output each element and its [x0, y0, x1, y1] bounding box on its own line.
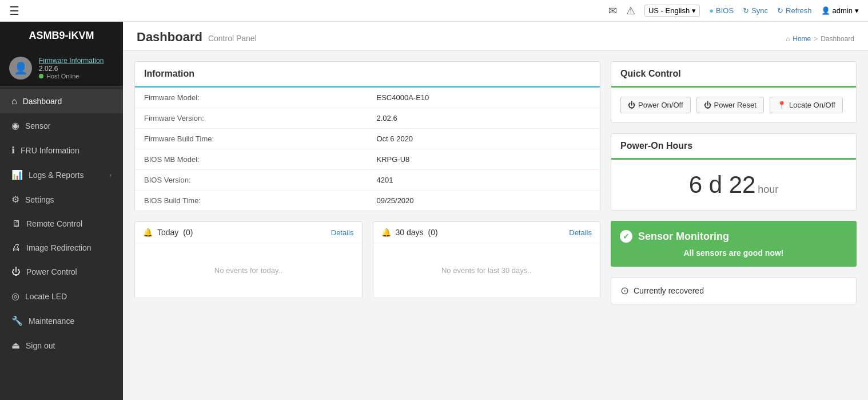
sidebar-item-locate-led[interactable]: ◎ Locate LED [0, 284, 123, 308]
firmware-version: 2.02.6 [39, 65, 103, 73]
locate-on-off-button[interactable]: 📍 Locate On/Off [770, 97, 843, 113]
sensor-icon: ◉ [11, 120, 19, 131]
sidebar-item-fru-information[interactable]: ℹ FRU Information [0, 138, 123, 163]
power-control-icon: ⏻ [11, 267, 21, 277]
host-status: Host Online [39, 73, 103, 80]
admin-person-icon: 👤 [821, 6, 830, 15]
avatar-icon: 👤 [14, 61, 28, 75]
layout: ASMB9-iKVM 👤 Firmware Information 2.02.6… [0, 22, 868, 400]
info-label: Firmware Model: [135, 88, 368, 108]
sensor-monitoring-header: ✓ Sensor Monitoring [620, 230, 847, 243]
information-card: Information Firmware Model:ESC4000A-E10F… [134, 61, 600, 211]
info-label: BIOS Version: [135, 170, 368, 191]
bios-label: BIOS [716, 6, 734, 15]
sidebar-item-settings[interactable]: ⚙ Settings [0, 187, 123, 212]
sensor-monitoring-message: All sensors are good now! [620, 248, 847, 258]
avatar: 👤 [9, 57, 32, 80]
thirty-days-events-title: 🔔 30 days (0) [381, 228, 438, 237]
bios-link[interactable]: ● BIOS [709, 6, 734, 15]
bios-dot-icon: ● [709, 6, 714, 15]
thirty-days-events-card: 🔔 30 days (0) Details No events for last… [373, 221, 601, 298]
today-details-link[interactable]: Details [331, 228, 354, 237]
col-right: Quick Control ⏻ Power On/Off ⏻ Power Res… [611, 61, 857, 304]
power-on-off-label: Power On/Off [638, 101, 683, 109]
power-on-off-button[interactable]: ⏻ Power On/Off [620, 97, 691, 113]
info-label: Firmware Version: [135, 108, 368, 129]
topbar-left: ☰ [9, 4, 19, 18]
language-selector[interactable]: US - English ▾ [644, 5, 700, 17]
sidebar-item-remote-control[interactable]: 🖥 Remote Control [0, 212, 123, 236]
sidebar-item-label: Locate LED [25, 292, 112, 301]
sync-label: Sync [751, 6, 768, 15]
today-events-body: No events for today.. [135, 243, 362, 298]
events-row: 🔔 Today (0) Details No events for today.… [134, 221, 600, 298]
sidebar-item-label: Sensor [25, 121, 112, 130]
sensor-monitoring-title: Sensor Monitoring [638, 231, 729, 243]
page-title-group: Dashboard Control Panel [137, 30, 257, 45]
sidebar-item-logs-reports[interactable]: 📊 Logs & Reports › [0, 163, 123, 187]
quick-control-header: Quick Control [611, 62, 856, 88]
sidebar-item-label: Image Redirection [26, 243, 112, 252]
thirty-days-details-link[interactable]: Details [569, 228, 592, 237]
sidebar-item-label: Power Control [26, 267, 112, 276]
main-content: Dashboard Control Panel ⌂ Home > Dashboa… [123, 22, 868, 400]
quick-control-body: ⏻ Power On/Off ⏻ Power Reset 📍 Locate On… [611, 88, 856, 122]
recovered-label: Currently recovered [634, 286, 704, 295]
alert-icon[interactable]: ⚠ [626, 5, 635, 17]
status-dot-icon [39, 74, 43, 78]
today-events-card: 🔔 Today (0) Details No events for today.… [134, 221, 363, 298]
page-header: Dashboard Control Panel ⌂ Home > Dashboa… [123, 22, 868, 51]
sign-out-icon: ⏏ [11, 340, 20, 351]
sidebar-item-label: Sign out [26, 341, 112, 350]
power-reset-label: Power Reset [714, 101, 756, 109]
content-area: Information Firmware Model:ESC4000A-E10F… [123, 51, 868, 315]
sidebar: ASMB9-iKVM 👤 Firmware Information 2.02.6… [0, 22, 123, 400]
mail-icon[interactable]: ✉ [608, 5, 617, 17]
dashboard-icon: ⌂ [11, 96, 17, 106]
image-redirection-icon: 🖨 [11, 243, 21, 253]
info-value: ESC4000A-E10 [368, 88, 600, 108]
sidebar-item-power-control[interactable]: ⏻ Power Control [0, 260, 123, 284]
info-value: 2.02.6 [368, 108, 600, 129]
power-hours-header: Power-On Hours [611, 134, 856, 160]
sidebar-item-dashboard[interactable]: ⌂ Dashboard [0, 89, 123, 113]
sidebar-item-label: Remote Control [26, 219, 112, 228]
today-empty-msg: No events for today.. [214, 266, 282, 275]
remote-control-icon: 🖥 [11, 219, 21, 229]
menu-toggle-icon[interactable]: ☰ [9, 5, 19, 17]
thirty-days-events-header: 🔔 30 days (0) Details [373, 222, 600, 243]
locate-icon: 📍 [777, 101, 786, 109]
recovered-icon: ⊙ [620, 284, 629, 297]
firmware-info-link[interactable]: Firmware Information [39, 57, 103, 65]
sidebar-item-label: Settings [25, 195, 112, 204]
power-hours-card: Power-On Hours 6 d 22 hour [611, 133, 857, 211]
recovered-card: ⊙ Currently recovered [611, 277, 857, 304]
sidebar-item-image-redirection[interactable]: 🖨 Image Redirection [0, 236, 123, 260]
today-events-header: 🔔 Today (0) Details [135, 222, 362, 243]
power-hours-value: 6 d 22 [689, 171, 756, 198]
info-value: KRPG-U8 [368, 149, 600, 170]
page-title: Dashboard [137, 30, 202, 45]
sidebar-item-sign-out[interactable]: ⏏ Sign out [0, 333, 123, 358]
host-status-label: Host Online [46, 73, 79, 80]
information-card-header: Information [135, 62, 600, 88]
sidebar-item-label: Logs & Reports [29, 171, 103, 180]
today-events-title: 🔔 Today (0) [143, 228, 193, 237]
thirty-days-empty-msg: No events for last 30 days.. [441, 266, 532, 275]
sync-link[interactable]: ↻ Sync [743, 6, 768, 15]
today-bell-icon: 🔔 [143, 228, 153, 237]
today-label: Today [157, 228, 178, 237]
refresh-icon: ↻ [777, 6, 783, 15]
breadcrumb: ⌂ Home > Dashboard [786, 35, 854, 43]
sidebar-item-sensor[interactable]: ◉ Sensor [0, 113, 123, 138]
breadcrumb-home-icon: ⌂ [786, 35, 790, 43]
breadcrumb-home-link[interactable]: Home [793, 35, 811, 43]
sidebar-item-maintenance[interactable]: 🔧 Maintenance [0, 308, 123, 333]
refresh-link[interactable]: ↻ Refresh [777, 6, 812, 15]
lang-dropdown-icon: ▾ [692, 6, 696, 15]
admin-menu[interactable]: 👤 admin ▾ [821, 6, 859, 15]
quick-control-card: Quick Control ⏻ Power On/Off ⏻ Power Res… [611, 61, 857, 123]
breadcrumb-current: Dashboard [821, 35, 854, 43]
info-label: Firmware Build Time: [135, 129, 368, 149]
power-reset-button[interactable]: ⏻ Power Reset [696, 97, 764, 113]
